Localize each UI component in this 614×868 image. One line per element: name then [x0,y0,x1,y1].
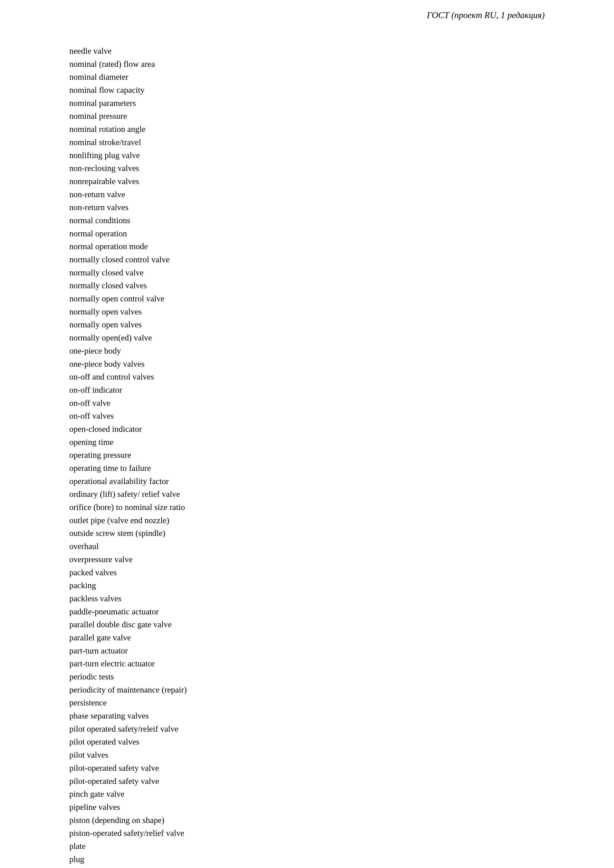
list-item: parallel gate valve [69,631,545,644]
list-item: pilot valves [69,749,545,762]
list-item: pilot operated valves [69,735,545,749]
list-item: on-off and control valves [69,370,545,383]
list-item: pilot operated safety/releif valve [69,722,545,736]
list-item: plug [69,853,545,866]
list-item: nominal pressure [69,110,545,123]
list-item: nominal (rated) flow area [69,57,545,71]
list-item: orifice (bore) to nominal size ratio [69,501,545,514]
list-item: outlet pipe (valve end nozzle) [69,514,545,527]
list-item: nominal stroke/travel [69,136,545,149]
list-item: plate [69,840,545,853]
list-item: normally closed valves [69,279,545,292]
list-item: packed valves [69,566,545,579]
list-item: piston (depending on shape) [69,814,545,827]
list-item: ordinary (lift) safety/ relief valve [69,488,545,501]
list-item: nominal parameters [69,97,545,110]
list-item: operational availability factor [69,475,545,488]
list-item: persistence [69,696,545,709]
list-item: pinch gate valve [69,787,545,801]
header-text: ГОСТ (проект RU, 1 редакция) [427,10,545,20]
list-item: overhaul [69,540,545,553]
list-item: non-return valves [69,201,545,214]
list-item: nominal diameter [69,71,545,84]
list-item: opening time [69,436,545,449]
list-item: normally open(ed) valve [69,331,545,344]
list-item: pipeline valves [69,801,545,814]
list-item: paddle-pneumatic actuator [69,605,545,618]
list-item: on-off indicator [69,383,545,397]
list-item: periodicity of maintenance (repair) [69,684,545,696]
list-item: piston-operated safety/relief valve [69,827,545,840]
list-item: plug [69,866,545,868]
page-header: ГОСТ (проект RU, 1 редакция) [427,10,545,20]
list-item: non-reclosing valves [69,162,545,175]
list-item: nonlifting plug valve [69,149,545,162]
list-item: one-piece body valves [69,358,545,370]
list-item: normally closed valve [69,266,545,279]
list-item: nonrepairable valves [69,175,545,188]
list-item: operating time to failure [69,462,545,475]
list-item: part-turn electric actuator [69,657,545,670]
list-item: non-return valve [69,188,545,201]
list-item: normal operation mode [69,240,545,253]
list-item: open-closed indicator [69,423,545,436]
list-item: operating pressure [69,449,545,462]
list-item: pilot-operated safety valve [69,775,545,788]
list-item: outside screw stem (spindle) [69,527,545,540]
list-item: pilot-operated safety valve [69,762,545,775]
list-item: normally open valves [69,305,545,318]
list-item: parallel double disc gate valve [69,618,545,631]
page: ГОСТ (проект RU, 1 редакция) needle valv… [0,0,614,868]
list-item: overpressure valve [69,553,545,566]
list-item: normally open valves [69,318,545,331]
list-item: nominal rotation angle [69,123,545,136]
list-item: needle valve [69,45,545,57]
list-item: on-off valve [69,397,545,410]
list-item: part-turn actuator [69,644,545,657]
list-item: packless valves [69,592,545,605]
list-item: normal operation [69,227,545,240]
list-item: packing [69,579,545,592]
list-item: nominal flow capacity [69,84,545,97]
list-item: on-off valves [69,409,545,423]
list-item: one-piece body [69,344,545,358]
list-item: periodic tests [69,670,545,684]
list-item: phase separating valves [69,709,545,722]
terms-list: needle valvenominal (rated) flow areanom… [69,40,545,868]
list-item: normal conditions [69,214,545,227]
list-item: normally closed control valve [69,253,545,266]
list-item: normally open control valve [69,292,545,305]
